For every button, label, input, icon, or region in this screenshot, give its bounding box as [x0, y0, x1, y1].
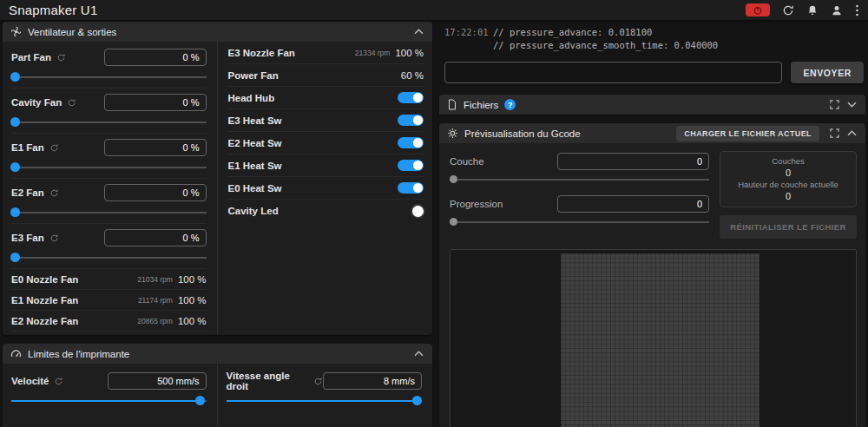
fullscreen-icon[interactable]: [829, 128, 840, 139]
fan-value-input[interactable]: [104, 229, 207, 246]
console-timestamp: 17:22:01: [444, 26, 493, 39]
limit-value-input[interactable]: [323, 372, 422, 390]
fan-slider[interactable]: [11, 161, 207, 174]
output-row: E3 Heat Sw: [228, 109, 424, 132]
files-panel-title: Fichiers: [464, 100, 498, 110]
output-row: Head Hub: [228, 87, 424, 109]
output-label: E3 Heat Sw: [228, 115, 398, 126]
fan-value-input[interactable]: [104, 139, 207, 156]
collapse-chevron-up-icon[interactable]: [846, 129, 858, 137]
fan-control-e3-fan: E3 Fan: [11, 224, 207, 269]
files-panel-header[interactable]: Fichiers ?: [439, 95, 865, 115]
console-message: // pressure_advance_smooth_time: 0.04000…: [493, 39, 718, 52]
limits-panel-header[interactable]: Limites de l'imprimante: [3, 344, 432, 364]
layer-stats-card: Couches 0 Hauteur de couche actuelle 0: [720, 151, 857, 207]
e1-heat-sw-toggle[interactable]: [398, 160, 424, 171]
progress-label: Progression: [450, 199, 503, 209]
limit-acceleration: Accélération: [3, 419, 218, 427]
limit-velocity: Velocité: [3, 364, 218, 419]
send-button[interactable]: ENVOYER: [791, 62, 864, 83]
fans-panel-header[interactable]: Ventilateur & sorties: [3, 22, 432, 42]
refresh-icon[interactable]: [49, 143, 59, 153]
limits-panel: Limites de l'imprimante Velocité: [3, 344, 432, 427]
refresh-icon[interactable]: [49, 188, 59, 198]
e2-heat-sw-toggle[interactable]: [398, 137, 424, 148]
fan-control-e2-fan: E2 Fan: [11, 179, 207, 224]
output-row: Cavity Led: [228, 200, 424, 222]
collapse-chevron-up-icon[interactable]: [413, 350, 424, 358]
fan-slider[interactable]: [11, 71, 207, 83]
console-input[interactable]: [444, 62, 782, 83]
fan-value-input[interactable]: [104, 184, 207, 201]
print-bed-grid: [561, 253, 760, 427]
gcode-preview-title: Prévisualisation du Gcode: [464, 128, 581, 139]
files-panel: Fichiers ?: [439, 95, 865, 115]
console-message: // pressure_advance: 0.018100: [493, 26, 652, 39]
fan-control-cavity-fan: Cavity Fan: [11, 89, 207, 134]
console-line: // pressure_advance_smooth_time: 0.04000…: [444, 39, 864, 52]
limits-grid: Velocité Vitesse angle droit: [3, 364, 432, 427]
fan-rpm: 21174 rpm: [138, 296, 173, 305]
progress-input[interactable]: [557, 195, 709, 213]
fan-label: Power Fan: [228, 70, 401, 81]
output-label: E2 Heat Sw: [228, 138, 398, 148]
left-column: Ventilateur & sorties Part Fan: [3, 22, 432, 427]
fan-value-input[interactable]: [104, 94, 207, 111]
collapse-chevron-up-icon[interactable]: [413, 28, 424, 36]
layer-label: Couche: [450, 156, 484, 167]
cavity-led-toggle[interactable]: [412, 206, 424, 217]
gcode-preview-panel: Prévisualisation du Gcode CHARGER LE FIC…: [439, 123, 865, 427]
fan-icon: [10, 26, 22, 37]
output-row: E2 Heat Sw: [228, 132, 424, 154]
refresh-icon[interactable]: [56, 53, 66, 62]
gcode-preview-header[interactable]: Prévisualisation du Gcode CHARGER LE FIC…: [439, 123, 865, 143]
fan-label: Cavity Fan: [11, 97, 62, 108]
layer-slider[interactable]: [450, 174, 709, 186]
reset-file-button[interactable]: RÉINITIALISER LE FICHIER: [720, 215, 857, 239]
power-icon: [753, 5, 763, 16]
fan-readout: E1 Nozzle Fan 21174 rpm 100 %: [11, 290, 207, 311]
head-hub-toggle[interactable]: [398, 92, 424, 103]
expand-chevron-down-icon[interactable]: [846, 101, 858, 108]
fan-slider[interactable]: [11, 252, 207, 264]
fan-readout: E3 Nozzle Fan 21334 rpm 100 %: [228, 42, 424, 64]
fan-rpm: 20865 rpm: [137, 317, 173, 325]
fan-value-input[interactable]: [104, 49, 207, 66]
topbar: Snapmaker U1: [0, 0, 868, 20]
refresh-icon[interactable]: [67, 98, 76, 108]
gcode-viewport[interactable]: [450, 249, 857, 427]
fan-slider[interactable]: [11, 207, 207, 219]
layer-input[interactable]: [557, 153, 709, 170]
fan-readout: Power Fan 60 %: [228, 64, 424, 87]
e0-heat-sw-toggle[interactable]: [398, 182, 424, 194]
emergency-stop-button[interactable]: [746, 3, 770, 16]
limit-value-input[interactable]: [108, 372, 207, 390]
output-label: E1 Heat Sw: [228, 161, 398, 171]
fan-label: E1 Fan: [11, 142, 44, 153]
notifications-bell-icon[interactable]: [806, 4, 819, 16]
limit-square-corner-velocity: Vitesse angle droit: [218, 364, 433, 419]
restart-icon[interactable]: [782, 4, 794, 16]
output-row: E0 Heat Sw: [228, 177, 424, 200]
fan-slider[interactable]: [11, 116, 207, 128]
help-info-icon[interactable]: ?: [504, 99, 516, 110]
fan-percent: 60 %: [401, 70, 424, 81]
layers-count-value: 0: [724, 167, 852, 179]
overflow-menu-icon[interactable]: [855, 4, 859, 16]
fan-label: E1 Nozzle Fan: [11, 295, 138, 305]
limit-slider[interactable]: [11, 395, 207, 407]
refresh-icon[interactable]: [313, 377, 323, 386]
fan-percent: 100 %: [178, 274, 207, 285]
console-line: 17:22:01 // pressure_advance: 0.018100: [444, 26, 864, 39]
file-icon: [447, 99, 457, 110]
limit-slider[interactable]: [227, 395, 423, 407]
fan-control-part-fan: Part Fan: [11, 43, 207, 89]
e3-heat-sw-toggle[interactable]: [398, 115, 424, 126]
account-icon[interactable]: [831, 4, 843, 16]
fan-percent: 100 %: [395, 48, 424, 58]
progress-slider[interactable]: [450, 216, 709, 228]
refresh-icon[interactable]: [49, 233, 59, 243]
load-current-file-button[interactable]: CHARGER LE FICHIER ACTUEL: [676, 126, 819, 141]
fullscreen-icon[interactable]: [829, 99, 840, 110]
refresh-icon[interactable]: [54, 377, 63, 386]
